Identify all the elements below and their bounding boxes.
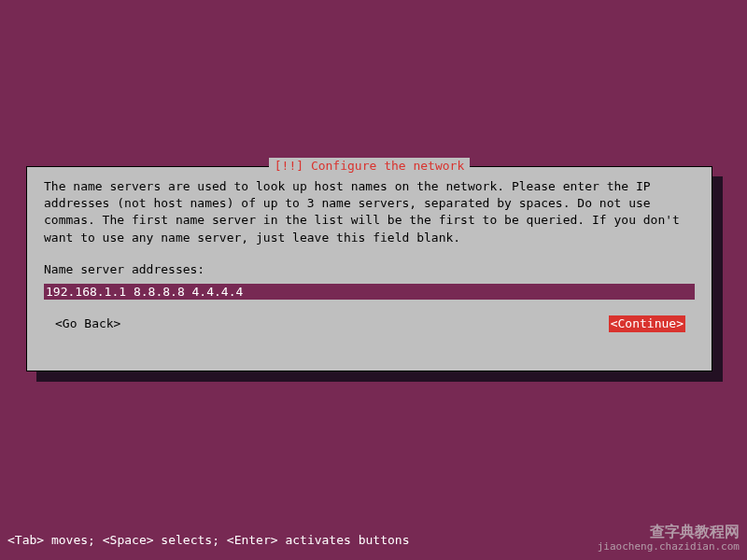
dialog-description: The name servers are used to look up hos… (44, 178, 695, 246)
network-config-dialog: [!!] Configure the network The name serv… (26, 166, 712, 371)
name-server-label: Name server addresses: (44, 261, 695, 278)
name-server-input[interactable] (44, 284, 695, 300)
watermark-cn: 查字典教程网 (598, 523, 740, 540)
button-row: <Go Back> <Continue> (44, 315, 695, 332)
dialog-content: The name servers are used to look up hos… (27, 167, 712, 342)
go-back-button[interactable]: <Go Back> (53, 315, 122, 332)
dialog-title: [!!] Configure the network (269, 158, 471, 175)
status-bar: <Tab> moves; <Space> selects; <Enter> ac… (7, 532, 409, 549)
continue-button[interactable]: <Continue> (609, 315, 685, 332)
watermark-url: jiaocheng.chazidian.com (598, 540, 740, 553)
watermark: 查字典教程网 jiaocheng.chazidian.com (598, 523, 740, 553)
